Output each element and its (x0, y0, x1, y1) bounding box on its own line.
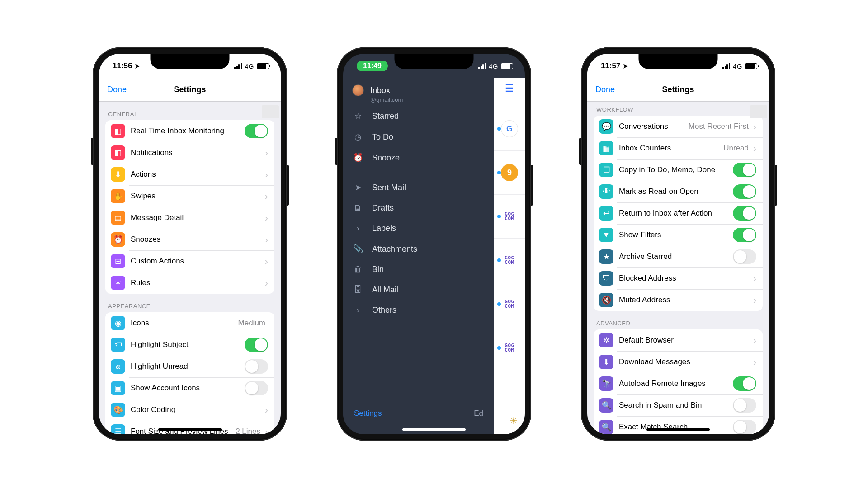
location-icon: ➤ (135, 62, 140, 70)
chevron-right-icon: › (265, 277, 268, 288)
mail-row[interactable]: GOGCOM (494, 282, 525, 326)
mail-row[interactable]: 9 (494, 151, 525, 195)
row-highlight-subject[interactable]: 🏷 Highlight Subject (105, 334, 274, 356)
chevron-right-icon: › (753, 121, 756, 132)
row-icons[interactable]: ◉ Icons Medium (105, 312, 274, 334)
mail-row[interactable]: G (494, 107, 525, 151)
unread-dot (497, 171, 501, 174)
show-filters-switch[interactable] (733, 228, 756, 242)
chevron-right-icon: › (265, 404, 268, 415)
mail-row[interactable]: GOGCOM (494, 195, 525, 239)
row-autoload-images[interactable]: 🔭 Autoload Remote Images (594, 373, 763, 394)
image-icon: ▣ (111, 381, 125, 395)
notifications-icon: ◧ (111, 145, 125, 160)
doc-icon: 🗎 (353, 203, 363, 213)
list-advanced: ✲ Default Browser › ⬇ Download Messages … (594, 329, 763, 434)
row-realtime-monitoring[interactable]: ◧ Real Time Inbox Monitoring (105, 120, 274, 142)
status-time-pill[interactable]: 11:49 (357, 61, 388, 71)
row-muted-address[interactable]: 🔇 Muted Address › (594, 289, 763, 311)
binoculars-icon: 🔭 (599, 376, 613, 391)
archive-starred-switch[interactable] (733, 249, 756, 264)
drawer-item-all-mail[interactable]: 🗄All Mail (343, 280, 494, 300)
row-font-size[interactable]: ☰ Font Size and Preview Lines 2 Lines › (105, 421, 274, 434)
drawer-item-starred[interactable]: ☆Starred (343, 106, 494, 127)
mail-row[interactable]: GOGCOM (494, 326, 525, 370)
row-blocked-address[interactable]: 🛡 Blocked Address › (594, 267, 763, 289)
drawer-item-sent[interactable]: ➤Sent Mail (343, 177, 494, 198)
row-message-detail[interactable]: ▤ Message Detail › (105, 207, 274, 229)
home-indicator[interactable] (158, 428, 222, 431)
done-button[interactable]: Done (595, 85, 615, 94)
icons-icon: ◉ (111, 316, 125, 330)
detail-icon: ▤ (111, 211, 125, 225)
row-search-spam-bin[interactable]: 🔍 Search in Spam and Bin (594, 394, 763, 416)
home-indicator[interactable] (402, 428, 466, 431)
search-spam-switch[interactable] (733, 398, 756, 413)
list-appearance: ◉ Icons Medium 🏷 Highlight Subject a Hig… (105, 312, 274, 434)
hamburger-icon[interactable]: ☰ (505, 83, 514, 94)
drawer-item-todo[interactable]: ◷To Do (343, 127, 494, 147)
drawer-bottom: Settings Ed (343, 401, 494, 432)
search-icon: 🔍 (599, 420, 613, 434)
row-show-filters[interactable]: ▼ Show Filters (594, 224, 763, 246)
row-show-account-icons[interactable]: ▣ Show Account Icons (105, 377, 274, 399)
row-download-messages[interactable]: ⬇ Download Messages › (594, 351, 763, 373)
row-highlight-unread[interactable]: a Highlight Unread (105, 356, 274, 377)
section-header-advanced: ADVANCED (587, 311, 769, 329)
drawer-item-bin[interactable]: 🗑Bin (343, 259, 494, 280)
home-indicator[interactable] (646, 428, 710, 431)
row-mark-read-open[interactable]: 👁 Mark as Read on Open (594, 181, 763, 202)
unread-dot (497, 127, 501, 131)
brightness-icon[interactable]: ☀ (509, 415, 518, 426)
row-custom-actions[interactable]: ⊞ Custom Actions › (105, 250, 274, 272)
navigation-drawer: Inbox @gmail.com ☆Starred ◷To Do ⏰Snooze… (343, 78, 494, 434)
highlight-subject-switch[interactable] (245, 338, 268, 352)
done-button[interactable]: Done (107, 85, 127, 94)
drawer-item-attachments[interactable]: 📎Attachments (343, 239, 494, 259)
account-header[interactable]: Inbox (343, 80, 494, 97)
counter-icon: ▦ (599, 141, 613, 155)
shield-icon: 🛡 (599, 271, 613, 286)
copy-todo-switch[interactable] (733, 163, 756, 177)
drawer-item-others[interactable]: ›Others (343, 300, 494, 320)
inbox-peek[interactable]: ☰ G 9 GOGCOM GOGCOM (494, 78, 525, 434)
location-icon: ➤ (623, 62, 628, 70)
phone-settings-general: 11:56 ➤ 4G Done Settings GENERAL ◧ Real … (93, 47, 287, 441)
phone-settings-workflow: 11:57 ➤ 4G Done Settings WORKFLOW 💬 Conv… (581, 47, 775, 441)
drawer-item-snooze[interactable]: ⏰Snooze (343, 147, 494, 168)
row-actions[interactable]: ⬇ Actions › (105, 164, 274, 185)
show-account-icons-switch[interactable] (245, 381, 268, 395)
gog-icon: GOGCOM (501, 252, 518, 269)
row-exact-match[interactable]: 🔍 Exact Match Search (594, 416, 763, 434)
network-label: 4G (245, 62, 254, 70)
row-color-coding[interactable]: 🎨 Color Coding › (105, 399, 274, 421)
drawer-item-labels[interactable]: ›Labels (343, 218, 494, 239)
row-default-browser[interactable]: ✲ Default Browser › (594, 329, 763, 351)
row-copy-in-todo[interactable]: ❐ Copy in To Do, Memo, Done (594, 159, 763, 181)
row-inbox-counters[interactable]: ▦ Inbox Counters Unread › (594, 137, 763, 159)
battery-icon (501, 63, 513, 69)
row-return-inbox[interactable]: ↩ Return to Inbox after Action (594, 202, 763, 224)
row-snoozes[interactable]: ⏰ Snoozes › (105, 229, 274, 250)
drawer-item-drafts[interactable]: 🗎Drafts (343, 198, 494, 218)
unread-dot (497, 258, 501, 262)
mail-row[interactable]: GOGCOM (494, 239, 525, 282)
row-rules[interactable]: ✶ Rules › (105, 272, 274, 294)
italic-icon: a (111, 359, 125, 374)
chevron-right-icon: › (753, 143, 756, 154)
copy-icon: ❐ (599, 163, 613, 177)
edit-link[interactable]: Ed (474, 409, 483, 418)
monitoring-switch[interactable] (245, 124, 268, 138)
row-archive-starred[interactable]: ★ Archive Starred (594, 246, 763, 267)
mark-read-switch[interactable] (733, 184, 756, 199)
exact-match-switch[interactable] (733, 420, 756, 434)
avatar (352, 84, 364, 96)
row-conversations[interactable]: 💬 Conversations Most Recent First › (594, 116, 763, 137)
autoload-switch[interactable] (733, 376, 756, 391)
highlight-unread-switch[interactable] (245, 359, 268, 374)
row-notifications[interactable]: ◧ Notifications › (105, 142, 274, 164)
settings-link[interactable]: Settings (354, 409, 382, 418)
row-swipes[interactable]: ✋ Swipes › (105, 185, 274, 207)
list-workflow: 💬 Conversations Most Recent First › ▦ In… (594, 116, 763, 311)
return-inbox-switch[interactable] (733, 206, 756, 221)
